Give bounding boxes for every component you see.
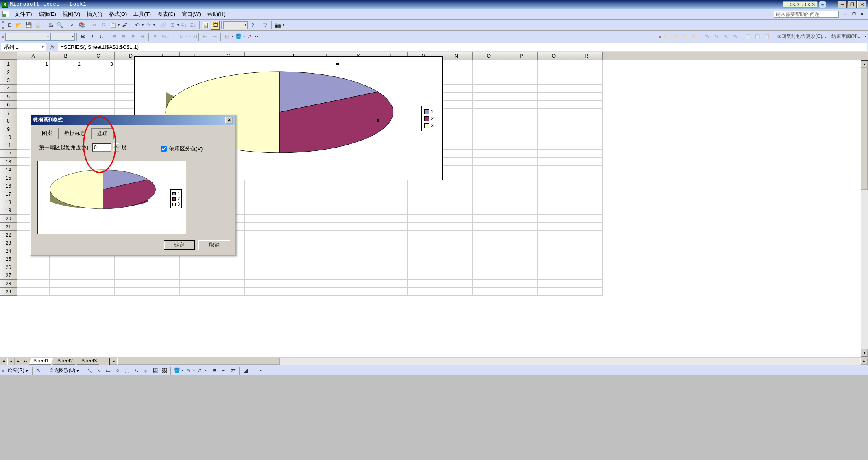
cell[interactable] [505,101,538,109]
cell[interactable] [342,206,375,215]
cell[interactable] [375,271,408,280]
sort-asc-button[interactable]: A↓ [179,21,188,30]
cell[interactable] [115,280,147,288]
3d-button[interactable]: ◫ [251,366,260,375]
cell[interactable] [408,239,440,247]
cell[interactable] [212,280,245,288]
cell[interactable] [245,223,277,231]
cell[interactable] [82,280,115,288]
cell[interactable] [310,182,342,190]
cell[interactable] [277,247,310,255]
cell[interactable] [505,141,538,150]
cell[interactable] [212,271,245,280]
cell[interactable] [50,68,82,76]
cell[interactable] [505,231,538,239]
sheet-tab-1[interactable]: Sheet1 [29,358,53,365]
vscroll-thumb[interactable] [861,68,868,190]
cell[interactable] [440,158,473,166]
cell[interactable] [245,263,277,271]
cell[interactable] [17,68,50,76]
cell[interactable] [538,117,570,125]
cell[interactable] [440,93,473,101]
help-button[interactable]: ? [248,21,257,30]
cell[interactable] [473,215,505,223]
cell[interactable] [245,190,277,198]
cell[interactable] [180,271,212,280]
cell[interactable] [538,239,570,247]
cell[interactable] [570,182,603,190]
print-preview-button[interactable]: 🔍 [55,21,64,30]
row-header-26[interactable]: 26 [0,263,17,271]
toolbar-handle-3[interactable] [659,33,661,41]
zoom-combo[interactable]: ▾ [223,21,248,29]
cell[interactable] [505,133,538,141]
cell[interactable] [375,182,408,190]
cell[interactable] [82,85,115,93]
cell[interactable] [147,280,180,288]
cell[interactable] [408,206,440,215]
cell[interactable] [505,109,538,117]
review-btn-1[interactable]: 📁 [662,32,671,41]
row-header-1[interactable]: 1 [0,60,17,68]
cell[interactable] [538,223,570,231]
cell[interactable] [473,76,505,85]
cell[interactable] [570,215,603,223]
cell[interactable] [440,239,473,247]
cell[interactable] [570,280,603,288]
cell[interactable] [570,288,603,296]
undo-button[interactable]: ↶ [133,21,142,30]
cell[interactable] [538,76,570,85]
cell[interactable] [277,271,310,280]
cell[interactable] [50,263,82,271]
cell[interactable] [50,280,82,288]
cell[interactable] [538,280,570,288]
format-painter-button[interactable]: 🖌 [120,21,129,30]
cell[interactable] [245,198,277,206]
cell[interactable] [505,174,538,182]
cell[interactable] [375,239,408,247]
textbox-button[interactable]: ▢ [122,366,131,375]
row-header-25[interactable]: 25 [0,255,17,263]
cell[interactable] [538,85,570,93]
cell[interactable] [538,125,570,133]
select-all-corner[interactable] [0,52,17,60]
cell[interactable] [115,288,147,296]
sheet-tab-2[interactable]: Sheet2 [53,358,77,365]
cell[interactable] [570,239,603,247]
row-header-27[interactable]: 27 [0,271,17,280]
cell[interactable] [473,68,505,76]
cell[interactable] [505,68,538,76]
toolbar-handle-2[interactable] [2,33,4,41]
cell[interactable] [505,60,538,68]
cell[interactable] [245,231,277,239]
cell[interactable] [277,190,310,198]
font-color-button[interactable]: A [245,32,254,41]
cell[interactable] [440,182,473,190]
column-header-R[interactable]: R [570,52,603,60]
cell[interactable] [277,263,310,271]
cell[interactable] [245,239,277,247]
cell[interactable] [50,255,82,263]
workbook-icon[interactable] [2,11,9,17]
row-header-28[interactable]: 28 [0,280,17,288]
cell[interactable] [473,133,505,141]
cell[interactable] [538,141,570,150]
menu-window[interactable]: 窗口(W) [179,10,204,19]
cell[interactable] [342,239,375,247]
toolbar-handle[interactable] [2,21,4,29]
cell[interactable] [538,206,570,215]
cell[interactable] [310,247,342,255]
cell[interactable] [505,93,538,101]
cell[interactable] [408,215,440,223]
cell[interactable] [50,101,82,109]
align-left-button[interactable]: ≡ [110,32,119,41]
row-header-9[interactable]: 9 [0,125,17,133]
cell[interactable] [342,223,375,231]
font-color-dropdown[interactable]: ▾ [255,32,256,41]
cell[interactable] [505,223,538,231]
cell[interactable] [473,271,505,280]
cell[interactable] [538,198,570,206]
cell[interactable] [570,60,603,68]
redo-button[interactable]: ↷ [144,21,153,30]
row-header-29[interactable]: 29 [0,288,17,296]
